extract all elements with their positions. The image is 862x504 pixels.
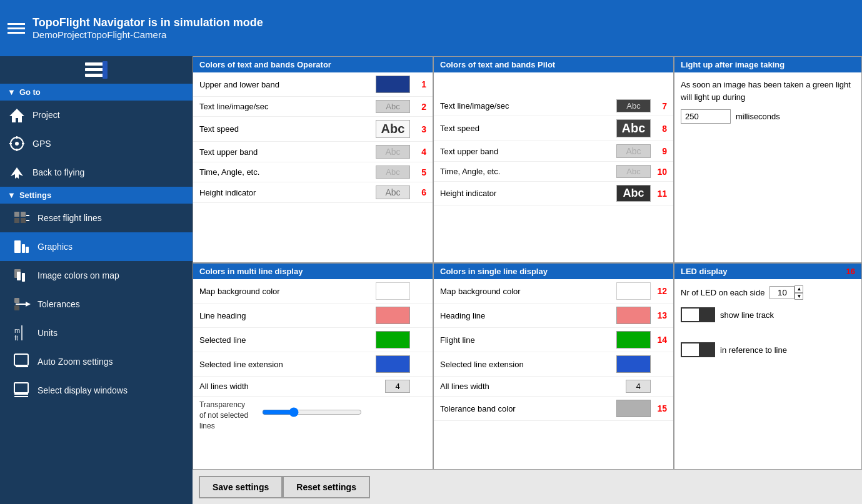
sidebar-label-reset-flight-lines: Reset flight lines: [38, 213, 102, 223]
sidebar-label-back-to-flying: Back to flying: [33, 167, 84, 177]
sidebar-item-units[interactable]: m ft Units: [0, 319, 193, 347]
sidebar-label-project: Project: [33, 110, 60, 120]
single-label-heading: Heading line: [440, 311, 611, 320]
sidebar-label-units: Units: [38, 328, 58, 338]
pilot-abc-9[interactable]: Abc: [616, 144, 651, 158]
header-title: TopoFlight Navigator is in simulation mo…: [33, 16, 263, 29]
sidebar-item-image-colors[interactable]: Image colors on map: [0, 261, 193, 290]
led-spacer: [681, 330, 855, 342]
operator-number-5: 5: [415, 167, 426, 177]
multi-row-selected: Selected line: [193, 328, 433, 352]
panel-led: LED display 16 Nr of LED on each side ▲ …: [674, 263, 862, 470]
led-show-label: show line track: [720, 310, 774, 320]
panel-pilot: Colors of text and bands Pilot Text line…: [433, 56, 674, 263]
operator-number-1: 1: [415, 79, 426, 89]
single-label-flight: Flight line: [440, 335, 611, 345]
operator-number-4: 4: [415, 147, 426, 157]
gps-icon: [8, 134, 26, 153]
sidebar-section-settings[interactable]: ▼ Settings: [0, 187, 193, 204]
panel-single: Colors in single line display Map backgr…: [433, 263, 674, 470]
svg-rect-26: [14, 305, 19, 310]
led-count-input[interactable]: [769, 286, 794, 299]
svg-rect-18: [22, 244, 25, 253]
light-value-input[interactable]: [681, 109, 731, 124]
pilot-abc-8[interactable]: Abc: [616, 119, 651, 137]
single-swatch-flight[interactable]: [616, 331, 651, 348]
single-width-value[interactable]: 4: [626, 380, 651, 393]
operator-number-6: 6: [415, 187, 426, 197]
led-count-up[interactable]: ▲: [794, 285, 803, 293]
single-row-bg: Map background color 12: [434, 279, 673, 304]
single-swatch-tolerance[interactable]: [616, 400, 651, 417]
pilot-abc-11[interactable]: Abc: [616, 185, 651, 202]
reset-flight-icon: [13, 209, 31, 227]
transparency-slider-wrapper: [262, 400, 426, 419]
multi-width-value[interactable]: 4: [385, 380, 410, 393]
pilot-label-8: Text speed: [440, 124, 611, 133]
sidebar-item-gps[interactable]: GPS: [0, 129, 193, 158]
operator-row-2: Text line/image/sec Abc 2: [193, 97, 433, 117]
operator-row-4: Text upper band Abc 4: [193, 142, 433, 162]
sidebar-item-graphics[interactable]: Graphics: [0, 232, 193, 261]
single-swatch-bg[interactable]: [616, 282, 651, 300]
svg-rect-17: [14, 240, 21, 253]
sidebar-item-auto-zoom[interactable]: Auto Zoom settings: [0, 347, 193, 376]
tolerances-icon: [13, 295, 31, 314]
operator-abc-3[interactable]: Abc: [376, 120, 410, 138]
multi-swatch-heading[interactable]: [376, 307, 410, 324]
sidebar-item-reset-flight-lines[interactable]: Reset flight lines: [0, 204, 193, 232]
light-text: As soon an image has been taken a green …: [681, 79, 855, 103]
sidebar-label-gps: GPS: [33, 139, 51, 149]
multi-label-selected: Selected line: [199, 335, 371, 345]
operator-abc-5[interactable]: Abc: [376, 166, 410, 179]
sidebar-item-back-to-flying[interactable]: Back to flying: [0, 158, 193, 187]
operator-abc-2[interactable]: Abc: [376, 100, 410, 113]
panels-grid: Colors of text and bands Operator Upper …: [193, 56, 862, 470]
multi-swatch-extension[interactable]: [376, 355, 410, 373]
home-icon: [8, 106, 26, 124]
svg-rect-13: [14, 218, 19, 223]
graphics-icon: [13, 237, 31, 256]
menu-icon[interactable]: [8, 23, 25, 34]
panel-light-header: Light up after image taking: [674, 57, 861, 72]
single-swatch-heading[interactable]: [616, 307, 651, 324]
operator-abc-4[interactable]: Abc: [376, 145, 410, 159]
units-icon: m ft: [13, 324, 31, 342]
pilot-row-10: Time, Angle, etc. Abc 10: [434, 162, 673, 182]
sidebar-item-project[interactable]: Project: [0, 101, 193, 129]
sidebar-item-tolerances[interactable]: Tolerances: [0, 290, 193, 319]
pilot-row-11: Height indicator Abc 11: [434, 182, 673, 205]
transparency-slider[interactable]: [262, 407, 362, 417]
svg-marker-24: [26, 302, 31, 307]
led-count-spinbox: ▲ ▼: [769, 285, 803, 300]
operator-swatch-1[interactable]: [376, 76, 410, 93]
sidebar-item-select-display[interactable]: Select display windows: [0, 376, 193, 405]
multi-label-width: All lines width: [199, 382, 380, 391]
reset-button[interactable]: Reset settings: [283, 476, 370, 498]
save-button[interactable]: Save settings: [199, 476, 283, 498]
pilot-row-7: Text line/image/sec Abc 7: [434, 96, 673, 116]
led-count-down[interactable]: ▼: [794, 293, 803, 300]
pilot-number-9: 9: [656, 146, 667, 156]
led-content: Nr of LED on each side ▲ ▼: [674, 279, 861, 371]
sidebar-label-tolerances: Tolerances: [38, 299, 80, 309]
pilot-abc-10[interactable]: Abc: [616, 165, 651, 178]
panel-operator: Colors of text and bands Operator Upper …: [193, 56, 433, 263]
multi-swatch-bg[interactable]: [376, 282, 410, 300]
single-label-tolerance: Tolerance band color: [440, 404, 611, 413]
pilot-abc-7[interactable]: Abc: [616, 99, 651, 112]
resize-icon: [85, 61, 108, 79]
single-number-flight: 14: [656, 335, 667, 345]
single-row-width: All lines width 4: [434, 377, 673, 397]
led-reference-toggle[interactable]: [681, 342, 715, 357]
single-swatch-extension[interactable]: [616, 355, 651, 373]
transparency-container: Transparencyof not selectedlines: [199, 400, 426, 431]
operator-abc-6[interactable]: Abc: [376, 185, 410, 199]
bottom-bar: Save settings Reset settings: [193, 470, 862, 504]
sidebar-section-goto[interactable]: ▼ Go to: [0, 84, 193, 101]
pilot-label-11: Height indicator: [440, 189, 611, 198]
led-show-toggle[interactable]: [681, 307, 715, 322]
operator-row-6: Height indicator Abc 6: [193, 182, 433, 203]
multi-swatch-selected[interactable]: [376, 331, 410, 348]
operator-label-1: Upper and lower band: [199, 80, 371, 89]
